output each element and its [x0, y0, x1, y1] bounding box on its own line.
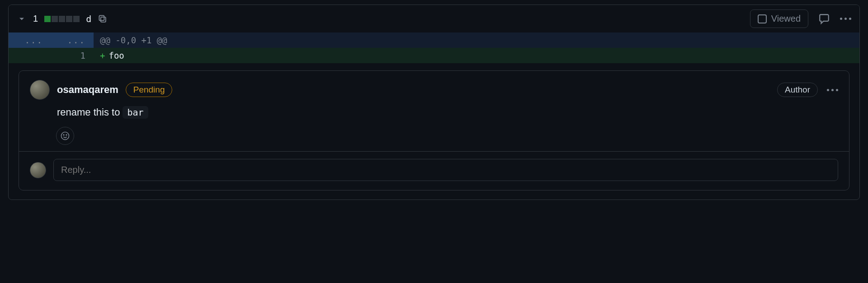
new-line-num: 1: [51, 48, 94, 63]
expand-hunk-left[interactable]: ...: [9, 32, 51, 48]
added-line-row[interactable]: 1 +foo: [9, 48, 859, 63]
inline-code: bar: [123, 106, 148, 119]
diffstat-neutral-block: [59, 16, 65, 22]
diffstat-neutral-block: [52, 16, 58, 22]
comment-body: rename this to bar: [57, 106, 838, 119]
diffstat-added-block: [44, 16, 51, 22]
old-line-num: [9, 48, 51, 63]
code-text: foo: [108, 51, 124, 60]
diff-table: ... ... @@ -0,0 +1 @@ 1 +foo: [9, 32, 859, 63]
reply-input[interactable]: [53, 159, 838, 181]
svg-point-2: [61, 132, 69, 139]
comment-header-right: Author: [777, 83, 838, 97]
author-badge: Author: [777, 83, 818, 97]
avatar[interactable]: [30, 162, 46, 178]
add-reaction-button[interactable]: [56, 127, 74, 145]
viewed-label: Viewed: [771, 14, 801, 24]
hunk-header-text: @@ -0,0 +1 @@: [94, 32, 859, 48]
line-code: +foo: [94, 48, 859, 63]
filename[interactable]: d: [86, 14, 91, 24]
expand-hunk-right[interactable]: ...: [51, 32, 94, 48]
comment-more-options-icon[interactable]: [827, 89, 838, 91]
diff-marker: +: [100, 51, 108, 60]
diffstat-neutral-block: [73, 16, 80, 22]
comment-header: osamaqarem Pending Author: [30, 80, 838, 100]
file-header: 1 d Viewed: [9, 5, 859, 32]
change-count: 1: [33, 14, 38, 24]
file-header-right: Viewed: [750, 9, 851, 28]
pending-badge: Pending: [126, 83, 173, 97]
svg-point-4: [66, 135, 67, 135]
username[interactable]: osamaqarem: [57, 84, 118, 96]
comment-text: rename this to: [57, 107, 120, 118]
hunk-header-row: ... ... @@ -0,0 +1 @@: [9, 32, 859, 48]
comment: osamaqarem Pending Author rename this to…: [19, 71, 849, 151]
viewed-toggle[interactable]: Viewed: [750, 9, 808, 28]
file-diff-container: 1 d Viewed: [8, 5, 860, 200]
copy-path-icon[interactable]: [98, 14, 108, 24]
viewed-checkbox[interactable]: [758, 14, 767, 23]
reply-row: [19, 151, 849, 190]
file-header-left: 1 d: [17, 14, 108, 24]
comment-header-left: osamaqarem Pending: [30, 80, 172, 100]
avatar[interactable]: [30, 80, 50, 100]
svg-rect-0: [101, 17, 106, 22]
diffstat-neutral-block: [66, 16, 72, 22]
diffstat: [44, 16, 80, 22]
comment-icon[interactable]: [818, 13, 830, 25]
svg-point-3: [63, 135, 64, 135]
comment-thread: osamaqarem Pending Author rename this to…: [19, 70, 849, 190]
svg-rect-1: [99, 15, 104, 20]
more-options-icon[interactable]: [840, 18, 851, 20]
chevron-down-icon[interactable]: [17, 14, 27, 24]
